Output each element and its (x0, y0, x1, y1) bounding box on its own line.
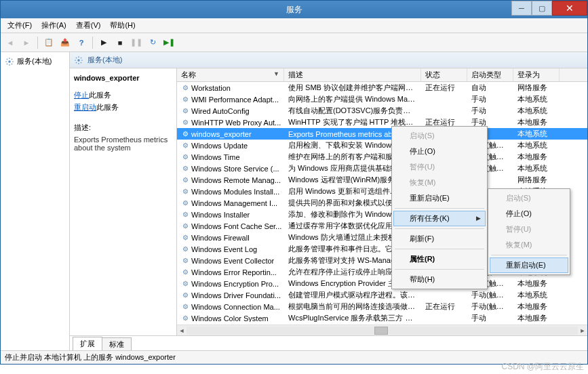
cell-name: Windows Driver Foundati... (191, 291, 281, 299)
svg-point-0 (8, 60, 11, 63)
grid-header: 名称▼ 描述 状态 启动类型 登录为 (177, 68, 587, 82)
close-button[interactable]: ✕ (552, 1, 587, 16)
toolbar-properties-icon[interactable]: 📋 (42, 36, 56, 49)
toolbar-help-icon[interactable]: ? (75, 36, 88, 49)
cell-name: Windows Management I... (191, 199, 277, 207)
detail-pane: windows_exporter 停止此服务 重启动此服务 描述: Export… (70, 68, 177, 335)
cell-startup: 手动 (467, 94, 513, 104)
cell-startup: 手动(触发... (467, 302, 513, 312)
table-row[interactable]: ⚙Windows Color SystemWcsPlugInService 服务… (177, 312, 587, 322)
sub-stop[interactable]: 停止(O) (490, 206, 568, 222)
col-logon[interactable]: 登录为 (513, 68, 560, 81)
cell-logon: 网络服务 (513, 83, 560, 93)
menu-file[interactable]: 文件(F) (3, 19, 36, 32)
col-status[interactable]: 状态 (421, 68, 467, 81)
tab-extended[interactable]: 扩展 (73, 337, 102, 350)
ctx-refresh[interactable]: 刷新(F) (393, 231, 486, 247)
cell-name: Wired AutoConfig (191, 107, 250, 115)
cell-logon: 本地服务 (513, 278, 560, 289)
tree-root[interactable]: 服务(本地) (3, 55, 66, 68)
cell-logon: 本地服务 (513, 152, 560, 162)
toolbar-export-icon[interactable]: 📤 (58, 36, 72, 49)
ctx-properties[interactable]: 属性(R) (393, 251, 486, 267)
table-row[interactable]: ⚙Windows Remote Manag...Windows 远程管理(Win… (177, 174, 587, 186)
submenu-arrow-icon: ▶ (476, 215, 481, 222)
menu-view[interactable]: 查看(V) (72, 19, 105, 32)
ctx-all-tasks[interactable]: 所有任务(K)▶ (393, 211, 486, 226)
scroll-right-icon[interactable]: ► (578, 327, 587, 334)
cell-name: Windows Remote Manag... (191, 176, 281, 184)
menu-action[interactable]: 操作(A) (37, 19, 71, 32)
status-text: 停止并启动 本地计算机 上的服务 windows_exporter (5, 352, 176, 362)
gear-icon: ⚙ (181, 107, 189, 115)
table-row[interactable]: ⚙Windows Encryption Pro...Windows Encryp… (177, 278, 587, 289)
toolbar-pause-icon[interactable]: ❚❚ (130, 36, 143, 49)
horizontal-scrollbar[interactable]: ◄ ► (177, 325, 587, 335)
cell-name: WinHTTP Web Proxy Aut... (191, 119, 281, 127)
scroll-thumb[interactable] (374, 327, 388, 335)
ctx-stop[interactable]: 停止(O) (393, 144, 486, 159)
tab-strip: 扩展 标准 (70, 335, 587, 350)
gear-icon: ⚙ (181, 303, 189, 311)
status-bar: 停止并启动 本地计算机 上的服务 windows_exporter (1, 350, 587, 364)
table-row[interactable]: ⚙WinHTTP Web Proxy Aut...WinHTTP 实现了客户端 … (177, 117, 587, 128)
gear-icon: ⚙ (181, 291, 189, 299)
table-row[interactable]: ⚙Windows Connection Ma...根据电脑当前可用的网络连接选项… (177, 301, 587, 312)
toolbar-stop-icon[interactable]: ■ (113, 36, 127, 49)
cell-name: Windows Event Log (191, 245, 257, 253)
toolbar-step-icon[interactable]: ▶❚ (162, 36, 176, 49)
col-name[interactable]: 名称▼ (177, 68, 284, 81)
table-row[interactable]: ⚙windows_exporterExports Prometheus metr… (177, 128, 587, 140)
detail-stop-suffix: 此服务 (89, 91, 111, 99)
gear-icon: ⚙ (181, 257, 189, 265)
tab-standard[interactable]: 标准 (102, 337, 132, 350)
minimize-button[interactable]: ─ (511, 1, 532, 16)
table-row[interactable]: ⚙WMI Performance Adapt...向网络上的客户端提供 Wind… (177, 94, 587, 105)
table-row[interactable]: ⚙Windows Driver Foundati...创建管理用户模式驱动程序进… (177, 289, 587, 301)
table-row[interactable]: ⚙Windows Update启用检测、下载和安装 Window...手动(触发… (177, 140, 587, 151)
gear-icon: ⚙ (181, 245, 189, 253)
gear-icon: ⚙ (181, 234, 189, 242)
cell-logon: 本地系统 (513, 140, 560, 150)
table-row[interactable]: ⚙Windows Time维护在网络上的所有客户端和服...手动(触发...本地… (177, 151, 587, 163)
cell-status: 正在运行 (421, 302, 467, 312)
sub-restart[interactable]: 重新启动(E) (490, 257, 568, 273)
detail-restart-suffix: 此服务 (96, 103, 119, 111)
gear-icon (74, 56, 83, 65)
pane-header-label: 服务(本地) (87, 55, 122, 65)
table-row[interactable]: ⚙Wired AutoConfig有线自动配置(DOT3SVC)服务负责对太网接… (177, 105, 587, 117)
cell-status: 正在运行 (421, 83, 467, 93)
nav-back-icon[interactable]: ◄ (3, 36, 17, 49)
gear-icon: ⚙ (181, 165, 189, 173)
cell-name: Windows Connection Ma... (191, 303, 280, 311)
cell-desc: 根据电脑当前可用的网络连接选项做出自动连接/... (284, 302, 421, 312)
toolbar-restart-icon[interactable]: ↻ (146, 36, 159, 49)
ctx-restart[interactable]: 重新启动(E) (393, 190, 486, 206)
cell-name: WMI Performance Adapt... (191, 96, 279, 104)
ctx-start: 启动(S) (393, 128, 486, 144)
detail-restart-link[interactable]: 重启动 (74, 103, 96, 111)
ctx-help[interactable]: 帮助(H) (393, 272, 486, 287)
nav-forward-icon[interactable]: ► (20, 36, 33, 49)
gear-icon: ⚙ (181, 153, 189, 161)
cell-name: Windows Font Cache Ser... (191, 222, 281, 230)
maximize-button[interactable]: ▢ (532, 1, 552, 16)
cell-name: Windows Modules Install... (191, 188, 279, 196)
cell-logon: 本地系统 (513, 290, 560, 300)
toolbar-start-icon[interactable]: ▶ (97, 36, 111, 49)
pane-header: 服务(本地) (70, 52, 587, 68)
detail-stop-link[interactable]: 停止 (74, 91, 89, 99)
context-menu: 启动(S) 停止(O) 暂停(U) 恢复(M) 重新启动(E) 所有任务(K)▶… (391, 126, 488, 289)
table-row[interactable]: ⚙Windows Store Service (...为 Windows 应用商… (177, 163, 587, 174)
col-startup[interactable]: 启动类型 (467, 68, 513, 81)
table-row[interactable]: ⚙Workstation使用 SMB 协议创建并维护客户端网络与远程服务...正… (177, 82, 587, 94)
gear-icon: ⚙ (181, 188, 189, 196)
col-desc[interactable]: 描述 (284, 68, 421, 81)
context-submenu: 启动(S) 停止(O) 暂停(U) 恢复(M) 重新启动(E) (488, 188, 570, 275)
cell-name: Windows Installer (191, 211, 250, 219)
cell-desc: 有线自动配置(DOT3SVC)服务负责对太网接口... (284, 106, 421, 116)
scroll-left-icon[interactable]: ◄ (177, 327, 187, 334)
cell-name: Windows Store Service (... (191, 165, 279, 173)
menu-help[interactable]: 帮助(H) (106, 19, 139, 32)
cell-name: Windows Event Collector (191, 257, 274, 265)
